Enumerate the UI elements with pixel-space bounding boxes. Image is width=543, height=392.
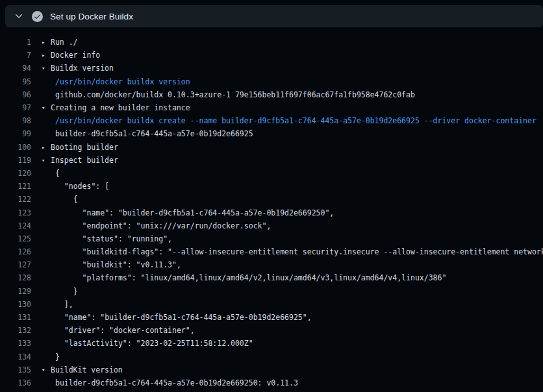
log-line: 130 ], [0, 298, 543, 311]
line-number[interactable]: 127 [0, 260, 31, 269]
log-line: 127 "buildkit": "v0.11.3", [0, 258, 543, 271]
log-text: { [31, 169, 60, 178]
log-line: 121 "nodes": [ [0, 180, 543, 193]
line-number[interactable]: 126 [0, 247, 31, 256]
line-number[interactable]: 128 [0, 273, 31, 282]
log-line: 134} [0, 350, 543, 363]
log-line: 122 { [0, 193, 543, 206]
triangle-down-icon: ▾ [42, 157, 51, 164]
log-line: 128 "platforms": "linux/amd64,linux/amd6… [0, 271, 543, 284]
log-text: "name": "builder-d9cfb5a1-c764-445a-a57e… [31, 313, 312, 322]
group-title[interactable]: ▾Inspect builder [31, 156, 118, 165]
log-text: "platforms": "linux/amd64,linux/amd64/v2… [31, 273, 446, 282]
line-number[interactable]: 120 [0, 169, 31, 178]
log-line: 136builder-d9cfb5a1-c764-445a-a57e-0b19d… [0, 376, 543, 389]
group-title[interactable]: ▸Docker info [31, 51, 100, 60]
log-text: "buildkit": "v0.11.3", [31, 260, 181, 269]
log-text: /usr/bin/docker buildx version [31, 77, 190, 86]
line-number[interactable]: 129 [0, 287, 31, 296]
log-line[interactable]: 100▸Booting builder [0, 141, 543, 154]
line-number[interactable]: 130 [0, 300, 31, 309]
log-line[interactable]: 135▾BuildKit version [0, 363, 543, 376]
step-title: Set up Docker Buildx [50, 12, 133, 21]
log-line[interactable]: 119▾Inspect builder [0, 154, 543, 167]
log-line: 132 "driver": "docker-container", [0, 324, 543, 337]
line-number[interactable]: 100 [0, 143, 31, 152]
line-number[interactable]: 7 [0, 51, 31, 60]
log-text: "buildkitd-flags": "--allow-insecure-ent… [31, 247, 543, 256]
chevron-down-icon[interactable] [14, 11, 24, 21]
log-line[interactable]: 97▾Creating a new builder instance [0, 101, 543, 114]
log-line[interactable]: 7▸Docker info [0, 49, 543, 62]
line-number[interactable]: 121 [0, 182, 31, 191]
log-text: builder-d9cfb5a1-c764-445a-a57e-0b19d2e6… [31, 129, 253, 138]
group-title[interactable]: ▸Booting builder [31, 143, 118, 152]
line-number[interactable]: 98 [0, 116, 31, 125]
line-number[interactable]: 99 [0, 129, 31, 138]
log-line[interactable]: 1▸Run ./ [0, 36, 543, 49]
log-text: "status": "running", [31, 234, 172, 243]
line-number[interactable]: 134 [0, 352, 31, 361]
triangle-down-icon: ▾ [42, 104, 51, 111]
log-text: "endpoint": "unix:///var/run/docker.sock… [31, 221, 271, 230]
line-number[interactable]: 96 [0, 90, 31, 99]
triangle-right-icon: ▸ [42, 144, 51, 151]
log-text: github.com/docker/buildx 0.10.3+azure-1 … [31, 90, 415, 99]
triangle-right-icon: ▸ [42, 39, 51, 45]
line-number[interactable]: 97 [0, 103, 31, 112]
line-number[interactable]: 133 [0, 339, 31, 348]
group-title[interactable]: ▾Creating a new builder instance [31, 103, 190, 112]
log-line[interactable]: 94▾Buildx version [0, 62, 543, 75]
log-text: } [31, 352, 60, 361]
log-text: builder-d9cfb5a1-c764-445a-a57e-0b19d2e6… [31, 378, 298, 387]
log-line: 99builder-d9cfb5a1-c764-445a-a57e-0b19d2… [0, 127, 543, 140]
log-line: 125 "status": "running", [0, 232, 543, 245]
line-number[interactable]: 122 [0, 195, 31, 204]
log-line: 126 "buildkitd-flags": "--allow-insecure… [0, 245, 543, 258]
line-number[interactable]: 119 [0, 156, 31, 165]
triangle-down-icon: ▾ [42, 65, 51, 71]
group-title[interactable]: ▾Buildx version [31, 64, 114, 73]
log-line: 133 "lastActivity": "2023-02-25T11:58:12… [0, 337, 543, 350]
line-number[interactable]: 125 [0, 234, 31, 243]
group-title[interactable]: ▸Run ./ [31, 38, 78, 47]
log-text: "driver": "docker-container", [31, 326, 195, 335]
line-number[interactable]: 124 [0, 221, 31, 230]
line-number[interactable]: 95 [0, 77, 31, 86]
log-text: /usr/bin/docker buildx create --name bui… [31, 116, 537, 125]
log-area: 1▸Run ./7▸Docker info94▾Buildx version95… [0, 27, 543, 392]
log-text: "lastActivity": "2023-02-25T11:58:12.000… [31, 339, 253, 348]
triangle-down-icon: ▾ [42, 367, 51, 373]
log-line: 131 "name": "builder-d9cfb5a1-c764-445a-… [0, 311, 543, 324]
log-lines: 1▸Run ./7▸Docker info94▾Buildx version95… [0, 36, 543, 389]
log-line: 96github.com/docker/buildx 0.10.3+azure-… [0, 88, 543, 101]
line-number[interactable]: 1 [0, 38, 31, 47]
line-number[interactable]: 135 [0, 365, 31, 374]
line-number[interactable]: 123 [0, 208, 31, 217]
check-circle-icon [32, 11, 43, 22]
log-line: 120{ [0, 167, 543, 180]
log-line: 129 } [0, 285, 543, 298]
line-number[interactable]: 132 [0, 326, 31, 335]
log-line: 123 "name": "builder-d9cfb5a1-c764-445a-… [0, 206, 543, 219]
step-header[interactable]: Set up Docker Buildx [5, 5, 543, 27]
log-text: "name": "builder-d9cfb5a1-c764-445a-a57e… [31, 208, 334, 217]
log-line: 124 "endpoint": "unix:///var/run/docker.… [0, 219, 543, 232]
log-line: 95/usr/bin/docker buildx version [0, 75, 543, 88]
log-text: { [31, 195, 78, 204]
log-text: } [31, 287, 78, 296]
line-number[interactable]: 131 [0, 313, 31, 322]
triangle-right-icon: ▸ [42, 52, 51, 58]
line-number[interactable]: 136 [0, 378, 31, 387]
log-line: 98/usr/bin/docker buildx create --name b… [0, 114, 543, 127]
line-number[interactable]: 94 [0, 64, 31, 73]
log-text: "nodes": [ [31, 182, 109, 191]
group-title[interactable]: ▾BuildKit version [31, 365, 123, 374]
log-text: ], [31, 300, 73, 309]
